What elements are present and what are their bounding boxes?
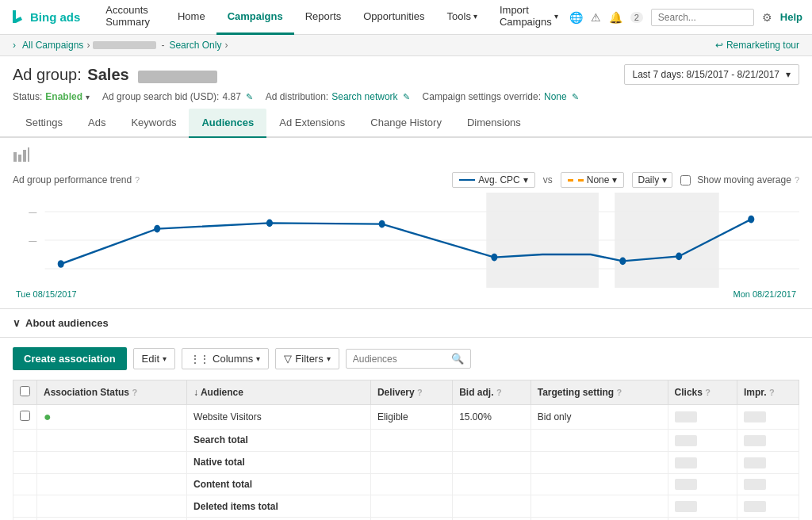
nav-home[interactable]: Home	[167, 0, 216, 35]
tab-audiences[interactable]: Audiences	[189, 109, 266, 138]
row-targeting	[530, 473, 668, 495]
table-row: Content total	[13, 473, 799, 495]
show-moving-avg-checkbox[interactable]: Show moving average ?	[680, 174, 799, 185]
status-dropdown-icon[interactable]: ▾	[86, 93, 90, 101]
row-checkbox[interactable]	[13, 405, 37, 430]
targeting-help-icon[interactable]: ?	[617, 388, 622, 397]
nav-accounts-summary[interactable]: Accounts Summary	[94, 0, 167, 35]
breadcrumb: › All Campaigns › - Search Only ›	[13, 40, 228, 51]
chart-title-label: Ad group performance trend ?	[13, 174, 140, 185]
row-status	[37, 451, 187, 473]
remarketing-tour-link[interactable]: ↩ Remarketing tour	[715, 40, 799, 51]
tab-ads[interactable]: Ads	[75, 109, 118, 138]
th-audience[interactable]: ↓ Audience	[187, 380, 371, 405]
breadcrumb-all-campaigns[interactable]: All Campaigns	[22, 40, 83, 51]
table-row: ● Website Visitors Eligible 15.00% Bid o…	[13, 405, 799, 430]
audiences-table-container: Association Status ? ↓ Audience Delivery…	[0, 380, 812, 520]
row-checkbox[interactable]	[13, 473, 37, 495]
columns-button[interactable]: ⋮⋮ Columns ▾	[182, 348, 269, 369]
date-picker-dropdown-icon: ▾	[786, 69, 791, 80]
settings-icon[interactable]: ⚙	[762, 11, 772, 24]
avg-cpc-dropdown-icon: ▾	[523, 174, 528, 185]
audiences-search-container: 🔍	[346, 349, 471, 369]
bid-edit-icon[interactable]: ✎	[246, 92, 253, 102]
about-audiences-section[interactable]: ∨ About audiences	[0, 308, 812, 338]
bing-logo[interactable]: Bing ads	[10, 9, 80, 26]
help-link[interactable]: Help	[780, 11, 802, 23]
moving-avg-help-icon[interactable]: ?	[795, 175, 799, 185]
top-navigation: Bing ads Accounts Summary Home Campaigns…	[0, 0, 812, 35]
table-row: Native total	[13, 451, 799, 473]
date-range-picker[interactable]: Last 7 days: 8/15/2017 - 8/21/2017 ▾	[624, 64, 799, 85]
row-bid-adj	[453, 451, 531, 473]
bid-value: 4.87	[222, 91, 240, 102]
avg-cpc-selector[interactable]: Avg. CPC ▾	[452, 172, 534, 188]
granularity-selector[interactable]: Daily ▾	[632, 172, 672, 188]
nav-search-input[interactable]	[651, 9, 754, 26]
row-delivery	[370, 451, 452, 473]
clicks-help-icon[interactable]: ?	[705, 388, 710, 397]
nav-import-campaigns[interactable]: Import Campaigns ▾	[488, 0, 569, 35]
svg-point-11	[58, 260, 64, 268]
row-delivery	[370, 473, 452, 495]
select-all-checkbox[interactable]	[20, 386, 30, 396]
row-audience: Deleted items total	[187, 495, 371, 518]
nav-reports[interactable]: Reports	[294, 0, 353, 35]
distribution-value[interactable]: Search network	[331, 91, 397, 102]
svg-point-12	[154, 225, 160, 233]
tab-dimensions[interactable]: Dimensions	[454, 109, 534, 138]
association-status-help-icon[interactable]: ?	[132, 388, 137, 397]
row-clicks	[668, 473, 737, 495]
delivery-help-icon[interactable]: ?	[417, 388, 423, 397]
nav-opportunities[interactable]: Opportunities	[352, 0, 435, 35]
notification-icon[interactable]: 🔔	[609, 11, 622, 24]
tab-ad-extensions[interactable]: Ad Extensions	[266, 109, 358, 138]
row-checkbox[interactable]	[13, 495, 37, 518]
row-select-checkbox[interactable]	[20, 411, 30, 421]
override-label: Campaign settings override:	[423, 91, 541, 102]
row-checkbox[interactable]	[13, 430, 37, 452]
th-bid-adj: Bid adj. ?	[453, 380, 531, 405]
nav-campaigns[interactable]: Campaigns	[216, 0, 294, 35]
chart-help-icon[interactable]: ?	[135, 175, 140, 185]
filters-button[interactable]: ▽ Filters ▾	[275, 348, 339, 369]
override-edit-icon[interactable]: ✎	[572, 92, 579, 102]
globe-icon[interactable]: 🌐	[569, 11, 583, 24]
moving-avg-input[interactable]	[680, 175, 691, 185]
edit-button[interactable]: Edit ▾	[133, 348, 175, 369]
chart-controls: Avg. CPC ▾ vs None ▾ Daily ▾ Show moving…	[452, 172, 799, 188]
bid-label: Ad group search bid (USD):	[102, 91, 219, 102]
table-toolbar: Create association Edit ▾ ⋮⋮ Columns ▾ ▽…	[0, 338, 812, 380]
breadcrumb-search-only[interactable]: Search Only	[169, 40, 221, 51]
tab-settings[interactable]: Settings	[13, 109, 75, 138]
chart-toggle-icon[interactable]	[13, 147, 799, 166]
tab-change-history[interactable]: Change History	[358, 109, 454, 138]
row-clicks	[668, 451, 737, 473]
chart-end-date: Mon 08/21/2017	[733, 289, 796, 299]
clicks-value-blurred	[675, 457, 697, 468]
th-association-status: Association Status ?	[37, 380, 187, 405]
select-all-header[interactable]	[13, 380, 37, 405]
impr-value-blurred	[744, 479, 766, 490]
create-association-button[interactable]: Create association	[13, 347, 127, 370]
status-value[interactable]: Enabled	[45, 91, 82, 102]
svg-point-14	[379, 220, 385, 228]
breadcrumb-expand-icon[interactable]: ›	[13, 40, 16, 51]
svg-point-15	[491, 254, 497, 262]
nav-tools[interactable]: Tools ▾	[436, 0, 488, 35]
override-value[interactable]: None	[544, 91, 567, 102]
tab-keywords[interactable]: Keywords	[118, 109, 189, 138]
th-clicks: Clicks ?	[668, 380, 737, 405]
row-checkbox[interactable]	[13, 451, 37, 473]
alert-triangle-icon[interactable]: ⚠	[591, 11, 601, 24]
none-selector[interactable]: None ▾	[561, 172, 625, 188]
svg-point-18	[748, 216, 754, 224]
status-bar: Status: Enabled ▾ Ad group search bid (U…	[0, 88, 812, 109]
row-impr	[737, 405, 799, 430]
bid-adj-help-icon[interactable]: ?	[496, 388, 502, 397]
impr-help-icon[interactable]: ?	[769, 388, 775, 397]
distribution-edit-icon[interactable]: ✎	[403, 92, 410, 102]
audiences-search-input[interactable]	[353, 354, 448, 365]
page-header: Ad group: Sales Last 7 days: 8/15/2017 -…	[0, 56, 812, 88]
search-icon[interactable]: 🔍	[451, 353, 464, 365]
